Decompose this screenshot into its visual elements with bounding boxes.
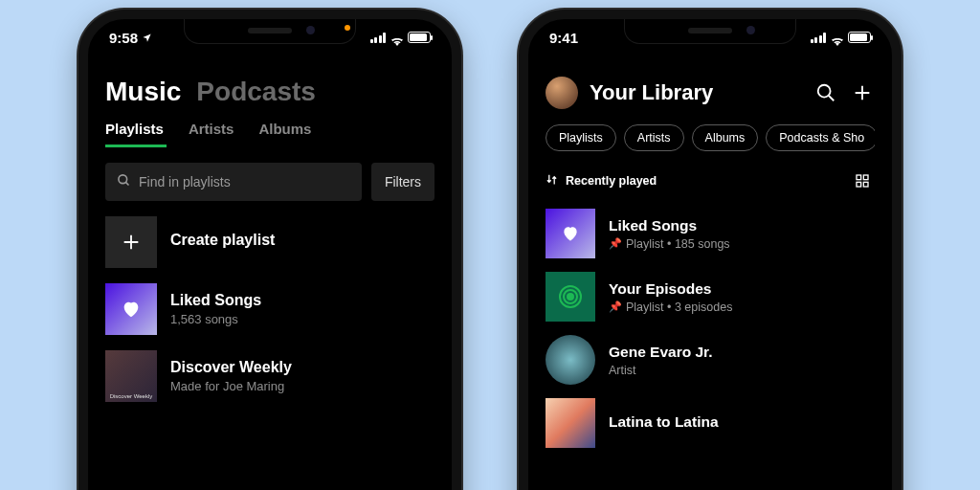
create-playlist-thumb — [105, 216, 157, 268]
pin-icon: 📌 — [609, 237, 622, 250]
liked-songs-row[interactable]: Liked Songs 1,563 songs — [105, 283, 434, 335]
library-row-podcast[interactable]: Latina to Latina — [546, 398, 875, 448]
library-row-liked-songs[interactable]: Liked Songs 📌Playlist • 185 songs — [546, 209, 875, 258]
row-title: Liked Songs — [609, 217, 730, 234]
tab-music[interactable]: Music — [105, 77, 181, 107]
svg-rect-8 — [857, 175, 861, 180]
plus-icon — [852, 82, 873, 103]
active-tab-underline — [105, 145, 167, 147]
discover-weekly-thumb-text: Discover Weekly — [110, 393, 153, 399]
discover-weekly-row[interactable]: Discover Weekly Discover Weekly Made for… — [105, 350, 434, 402]
svg-line-5 — [829, 96, 835, 101]
your-episodes-thumb — [546, 272, 595, 322]
row-meta: Playlist • 3 episodes — [626, 301, 732, 314]
search-placeholder: Find in playlists — [139, 174, 231, 189]
discover-weekly-sub: Made for Joe Maring — [170, 379, 292, 393]
battery-icon — [408, 32, 431, 43]
subtab-artists[interactable]: Artists — [189, 121, 234, 137]
svg-line-1 — [125, 182, 128, 185]
recording-indicator-dot — [345, 25, 350, 31]
create-playlist-row[interactable]: Create playlist — [105, 216, 434, 268]
create-playlist-title: Create playlist — [170, 232, 275, 249]
svg-rect-10 — [857, 182, 861, 187]
library-row-artist[interactable]: Gene Evaro Jr. Artist — [546, 335, 875, 385]
row-title: Gene Evaro Jr. — [609, 344, 713, 361]
wifi-icon — [390, 33, 404, 43]
notch — [184, 19, 356, 44]
chip-podcasts[interactable]: Podcasts & Sho — [766, 124, 875, 151]
sort-label: Recently played — [566, 174, 657, 188]
liked-songs-thumb — [546, 209, 595, 258]
cellular-signal-icon — [370, 33, 387, 43]
sub-tabs: Playlists Artists Albums — [105, 121, 434, 137]
heart-icon — [121, 299, 142, 320]
search-icon — [117, 173, 131, 190]
pin-icon: 📌 — [609, 301, 622, 313]
filters-button[interactable]: Filters — [371, 163, 434, 201]
top-tabs: Music Podcasts — [105, 77, 434, 107]
episodes-icon — [559, 285, 582, 308]
liked-songs-title: Liked Songs — [170, 292, 261, 309]
status-time: 9:41 — [549, 30, 578, 46]
chip-playlists[interactable]: Playlists — [546, 124, 616, 151]
search-icon — [815, 82, 836, 103]
page-title: Your Library — [590, 80, 802, 105]
row-title: Latina to Latina — [609, 413, 719, 431]
chip-artists[interactable]: Artists — [624, 124, 684, 151]
grid-toggle-button[interactable] — [850, 168, 875, 193]
grid-icon — [855, 173, 870, 189]
chip-albums[interactable]: Albums — [692, 124, 759, 151]
wifi-icon — [830, 33, 844, 43]
search-input[interactable]: Find in playlists — [105, 163, 362, 201]
liked-songs-sub: 1,563 songs — [170, 312, 261, 326]
svg-point-4 — [818, 85, 831, 98]
search-button[interactable] — [813, 80, 838, 105]
phone-left: 9:58 Music Podcasts Playlists Artists Al… — [78, 10, 461, 490]
liked-songs-thumb — [105, 283, 157, 335]
row-meta: Playlist • 185 songs — [626, 237, 730, 251]
podcast-thumb — [546, 398, 595, 448]
battery-icon — [848, 32, 871, 43]
svg-rect-9 — [863, 175, 868, 180]
subtab-albums[interactable]: Albums — [258, 121, 311, 137]
avatar[interactable] — [546, 77, 578, 109]
add-button[interactable] — [850, 80, 875, 105]
status-time: 9:58 — [109, 30, 138, 46]
tab-podcasts[interactable]: Podcasts — [196, 77, 316, 107]
discover-weekly-thumb: Discover Weekly — [105, 350, 157, 402]
subtab-playlists[interactable]: Playlists — [105, 121, 164, 137]
svg-point-0 — [119, 174, 127, 183]
location-arrow-icon — [142, 30, 152, 46]
filters-label: Filters — [385, 174, 421, 189]
row-title: Your Episodes — [609, 280, 732, 298]
sort-button[interactable]: Recently played — [546, 173, 657, 189]
sort-arrows-icon — [546, 173, 558, 189]
artist-thumb — [546, 335, 595, 385]
cellular-signal-icon — [811, 33, 827, 43]
discover-weekly-title: Discover Weekly — [170, 359, 292, 376]
plus-icon — [121, 232, 142, 253]
notch — [624, 19, 796, 44]
filter-chips: Playlists Artists Albums Podcasts & Sho — [546, 124, 875, 151]
phone-right: 9:41 Your Library Playlists Artists Albu… — [519, 10, 902, 490]
heart-icon — [561, 224, 580, 243]
row-meta: Artist — [609, 364, 635, 377]
svg-rect-11 — [863, 182, 868, 187]
library-row-your-episodes[interactable]: Your Episodes 📌Playlist • 3 episodes — [546, 272, 875, 322]
svg-point-12 — [568, 294, 573, 300]
